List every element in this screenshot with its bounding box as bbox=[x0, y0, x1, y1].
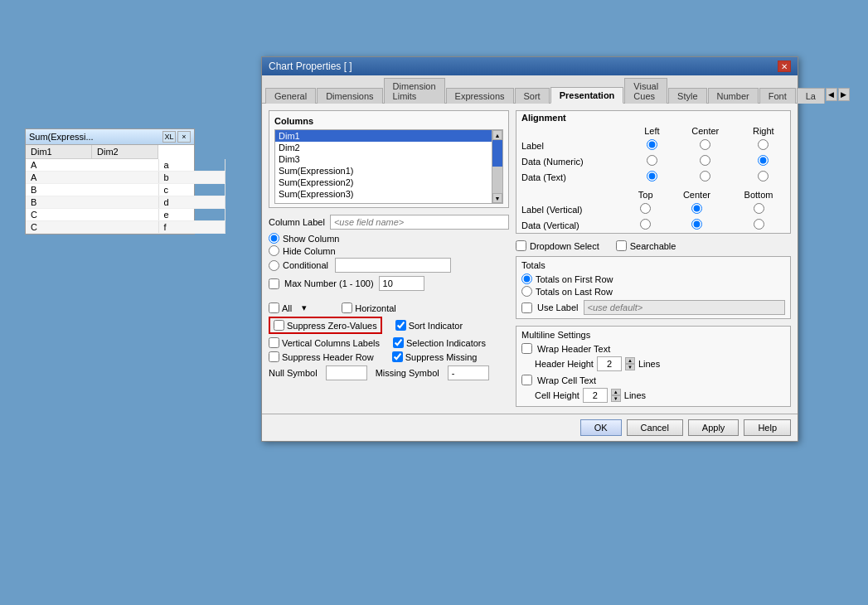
apply-button[interactable]: Apply bbox=[688, 419, 739, 436]
missing-symbol-input[interactable] bbox=[448, 365, 489, 380]
tab-general[interactable]: General bbox=[265, 88, 316, 104]
dropdown-searchable-row: Dropdown Select Searchable bbox=[516, 240, 791, 251]
null-symbol-input[interactable] bbox=[326, 365, 367, 380]
tab-presentation[interactable]: Presentation bbox=[550, 87, 624, 104]
tab-visual-cues[interactable]: Visual Cues bbox=[624, 78, 667, 104]
align-label-right[interactable] bbox=[758, 139, 769, 150]
conditional-input[interactable] bbox=[335, 258, 451, 273]
align-text-right[interactable] bbox=[758, 171, 769, 182]
bg-table-xl-btn[interactable]: XL bbox=[162, 131, 176, 143]
scroll-up-arrow[interactable]: ▲ bbox=[492, 130, 502, 140]
hide-column-radio[interactable] bbox=[269, 245, 279, 256]
align-text-left[interactable] bbox=[647, 171, 657, 182]
header-height-down[interactable]: ▼ bbox=[625, 364, 635, 370]
cell-height-up[interactable]: ▲ bbox=[611, 389, 621, 395]
cell-height-down[interactable]: ▼ bbox=[611, 395, 621, 402]
column-item-expr1[interactable]: Sum(Expression1) bbox=[275, 165, 492, 177]
cell-height-label: Cell Height bbox=[535, 390, 579, 400]
totals-title: Totals bbox=[521, 260, 785, 270]
tab-style[interactable]: Style bbox=[668, 88, 706, 104]
align-text-center[interactable] bbox=[700, 171, 710, 182]
column-item-dim2[interactable]: Dim2 bbox=[275, 142, 492, 153]
valign-top-header: Top bbox=[624, 188, 666, 201]
bg-table-body: AaAbBcBdCeCf bbox=[26, 159, 225, 234]
alignment-title: Alignment bbox=[516, 111, 790, 124]
suppress-missing-label: Suppress Missing bbox=[405, 352, 478, 362]
multiline-section: Multiline Settings Wrap Header Text Head… bbox=[516, 326, 791, 407]
align-label-left[interactable] bbox=[647, 139, 657, 150]
valign-bottom-header: Bottom bbox=[727, 188, 790, 201]
tab-sort[interactable]: Sort bbox=[515, 88, 550, 104]
searchable-label: Searchable bbox=[630, 241, 676, 251]
tab-scroll-left[interactable]: ◀ bbox=[826, 88, 837, 101]
tab-la[interactable]: La bbox=[797, 88, 825, 104]
column-item-expr2[interactable]: Sum(Expression2) bbox=[275, 177, 492, 188]
suppress-zero-label: Suppress Zero-Values bbox=[287, 321, 377, 331]
column-item-dim1[interactable]: Dim1 bbox=[275, 130, 492, 142]
conditional-radio[interactable] bbox=[269, 260, 279, 271]
columns-list[interactable]: Dim1 Dim2 Dim3 Sum(Expression1) Sum(Expr… bbox=[274, 129, 492, 204]
header-height-input[interactable] bbox=[597, 356, 622, 371]
dropdown-select-checkbox[interactable] bbox=[516, 240, 526, 251]
tab-dimensions[interactable]: Dimensions bbox=[317, 88, 382, 104]
sort-indicator-checkbox[interactable] bbox=[395, 320, 406, 331]
suppress-zero-checkbox[interactable] bbox=[274, 320, 284, 331]
header-height-label: Header Height bbox=[535, 359, 594, 369]
cell-height-input[interactable] bbox=[583, 388, 608, 403]
wrap-header-label: Wrap Header Text bbox=[537, 344, 610, 354]
header-height-spinners: ▲ ▼ bbox=[625, 357, 635, 370]
align-data-text-row-label: Data (Text) bbox=[516, 169, 630, 185]
wrap-cell-label: Wrap Cell Text bbox=[537, 375, 596, 385]
totals-last-radio[interactable] bbox=[521, 286, 532, 297]
dialog-close-button[interactable]: ✕ bbox=[778, 60, 791, 72]
align-numeric-center[interactable] bbox=[700, 155, 710, 166]
vertical-col-labels-checkbox[interactable] bbox=[269, 337, 279, 348]
all-checkbox[interactable] bbox=[269, 302, 279, 313]
dropdown-select-label: Dropdown Select bbox=[530, 241, 599, 251]
valign-label-bottom[interactable] bbox=[754, 203, 764, 214]
scroll-down-arrow[interactable]: ▼ bbox=[492, 193, 502, 203]
selection-indicators-checkbox[interactable] bbox=[393, 337, 404, 348]
valign-data-top[interactable] bbox=[640, 219, 651, 230]
conditional-row: Conditional bbox=[269, 258, 509, 273]
valign-data-center[interactable] bbox=[691, 219, 702, 230]
max-number-checkbox[interactable] bbox=[269, 278, 279, 289]
align-empty-header bbox=[516, 124, 630, 138]
bg-table-close-btn[interactable]: × bbox=[177, 131, 191, 143]
help-button[interactable]: Help bbox=[744, 419, 791, 436]
hide-column-label: Hide Column bbox=[283, 246, 336, 256]
use-label-input[interactable] bbox=[584, 300, 785, 315]
tab-scroll-right[interactable]: ▶ bbox=[838, 88, 850, 101]
left-panel: Columns Dim1 Dim2 Dim3 Sum(Expression1) … bbox=[269, 110, 509, 407]
columns-scrollbar[interactable]: ▲ ▼ bbox=[492, 129, 503, 204]
valign-data-bottom[interactable] bbox=[754, 219, 764, 230]
wrap-header-checkbox[interactable] bbox=[521, 343, 532, 354]
wrap-cell-checkbox[interactable] bbox=[521, 375, 532, 385]
max-number-input[interactable] bbox=[379, 276, 424, 291]
align-label-center[interactable] bbox=[700, 139, 710, 150]
null-symbol-label: Null Symbol bbox=[269, 368, 318, 378]
suppress-header-checkbox[interactable] bbox=[269, 351, 279, 362]
bg-table-col2-header: Dim2 bbox=[92, 145, 158, 158]
horizontal-checkbox[interactable] bbox=[342, 302, 352, 313]
align-numeric-right[interactable] bbox=[758, 155, 769, 166]
valign-label-top[interactable] bbox=[640, 203, 651, 214]
searchable-checkbox[interactable] bbox=[616, 240, 627, 251]
ok-button[interactable]: OK bbox=[580, 419, 622, 436]
show-column-radio[interactable] bbox=[269, 233, 279, 244]
column-item-dim3[interactable]: Dim3 bbox=[275, 153, 492, 165]
use-label-checkbox[interactable] bbox=[521, 302, 532, 313]
align-numeric-left[interactable] bbox=[647, 155, 657, 166]
valign-label-center[interactable] bbox=[691, 203, 702, 214]
tab-dimension-limits[interactable]: Dimension Limits bbox=[384, 78, 445, 104]
suppress-missing-checkbox[interactable] bbox=[392, 351, 403, 362]
tab-number[interactable]: Number bbox=[708, 88, 759, 104]
cancel-button[interactable]: Cancel bbox=[627, 419, 683, 436]
tab-expressions[interactable]: Expressions bbox=[446, 88, 514, 104]
column-item-expr3[interactable]: Sum(Expression3) bbox=[275, 188, 492, 200]
column-label-input[interactable] bbox=[330, 215, 509, 230]
totals-first-radio[interactable] bbox=[521, 273, 532, 284]
column-label-label: Column Label bbox=[269, 217, 325, 227]
tab-font[interactable]: Font bbox=[759, 88, 796, 104]
header-height-up[interactable]: ▲ bbox=[625, 357, 635, 364]
